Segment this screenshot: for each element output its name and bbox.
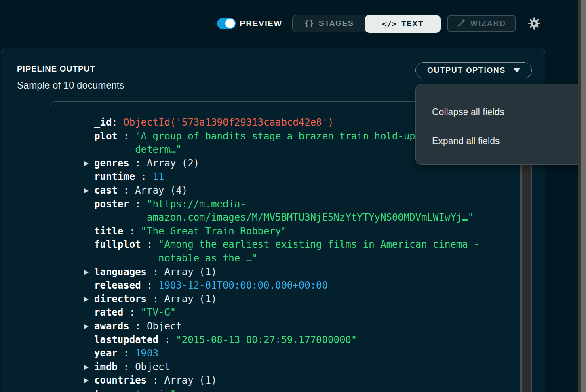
document-line: amazon.com/images/M/MV5BMTU3NjE5NzYtYTYy… — [50, 211, 520, 225]
field-key: _id — [94, 117, 112, 128]
field-value: 1903 — [135, 348, 158, 359]
expand-arrow-icon[interactable] — [84, 188, 89, 193]
code-brackets-icon: </> — [382, 19, 396, 29]
key-separator: : — [129, 158, 147, 169]
pipeline-output-title: PIPELINE OUTPUT — [17, 64, 95, 74]
document-line: awards : Object — [50, 320, 520, 333]
field-value: Object — [147, 320, 182, 332]
document-line: runtime : 11 — [50, 170, 520, 184]
field-key: genres — [94, 158, 129, 169]
key-separator: : — [147, 266, 164, 278]
expand-arrow-icon[interactable] — [84, 365, 89, 370]
expand-arrow-icon[interactable] — [84, 270, 89, 275]
field-key: fullplot — [94, 239, 141, 250]
key-separator: : — [112, 117, 123, 128]
preview-scrollbar[interactable] — [521, 149, 532, 392]
output-options-label: OUTPUT OPTIONS — [427, 66, 506, 75]
field-key: poster — [94, 198, 129, 210]
field-value: "A group of bandits stage a brazen train… — [135, 131, 421, 142]
document-line: languages : Array (1) — [50, 266, 520, 279]
key-separator: : — [135, 171, 152, 182]
field-key: released — [94, 280, 141, 291]
field-key: countries — [94, 375, 147, 386]
document-line: cast : Array (4) — [50, 184, 520, 198]
output-options-menu: Collapse all fields Expand all fields — [415, 84, 583, 165]
key-separator: : — [118, 131, 135, 142]
field-value: "The Great Train Robbery" — [141, 226, 287, 237]
field-value: 1903-12-01T00:00:00.000+00:00 — [158, 280, 328, 291]
preview-toggle-label: PREVIEW — [240, 18, 282, 29]
document-line: notable as the …" — [50, 252, 520, 266]
preview-toggle[interactable] — [217, 18, 236, 29]
document-line: directors : Array (1) — [50, 293, 520, 306]
field-value: ObjectId('573a1390f29313caabcd42e8') — [123, 117, 333, 128]
key-separator: : — [123, 307, 141, 318]
field-value: "2015-08-13 00:27:59.177000000" — [176, 334, 357, 346]
expand-arrow-icon[interactable] — [84, 324, 89, 329]
window-scrollbar-track[interactable] — [578, 0, 586, 392]
tab-text-label: TEXT — [401, 19, 424, 28]
tab-stages-label: STAGES — [319, 19, 354, 28]
top-toolbar: PREVIEW {} STAGES </> TEXT WIZARD — [0, 0, 586, 48]
field-value: Object — [135, 361, 170, 373]
field-value: "https://m.media- — [147, 198, 246, 210]
field-value: 11 — [153, 171, 164, 182]
key-separator: : — [147, 375, 164, 386]
chevron-down-icon — [514, 68, 520, 72]
field-key: rated — [94, 307, 123, 318]
document-line: rated : "TV-G" — [50, 306, 520, 320]
field-value: notable as the …" — [158, 253, 258, 264]
key-separator: : — [118, 348, 135, 359]
menu-item-expand-all-fields[interactable]: Expand all fields — [416, 130, 582, 152]
key-separator: : — [147, 293, 164, 305]
field-value: Array (2) — [147, 158, 199, 169]
document-line: countries : Array (1) — [50, 374, 520, 388]
key-separator: : — [123, 226, 141, 237]
field-key: lastupdated — [94, 334, 158, 346]
expand-arrow-icon[interactable] — [84, 161, 89, 166]
document-line: title : "The Great Train Robbery" — [50, 225, 520, 238]
field-key: runtime — [94, 171, 135, 182]
document-line: released : 1903-12-01T00:00:00.000+00:00 — [50, 279, 520, 293]
field-value: Array (1) — [164, 293, 217, 305]
key-separator: : — [129, 320, 147, 332]
wizard-button[interactable]: WIZARD — [447, 15, 516, 32]
expand-arrow-icon[interactable] — [84, 297, 89, 302]
magic-wand-icon — [457, 18, 466, 29]
tab-stages[interactable]: {} STAGES — [293, 15, 365, 32]
output-options-button[interactable]: OUTPUT OPTIONS — [415, 62, 532, 78]
preview-toggle-knob — [225, 19, 235, 28]
expand-arrow-icon[interactable] — [84, 378, 89, 383]
settings-gear-icon[interactable] — [527, 17, 541, 30]
field-key: title — [94, 226, 123, 237]
sample-count-subtitle: Sample of 10 documents — [17, 80, 124, 91]
document-line: poster : "https://m.media- — [50, 198, 520, 211]
menu-item-collapse-all-fields[interactable]: Collapse all fields — [416, 101, 582, 123]
field-key: imdb — [94, 361, 118, 373]
key-separator: : — [141, 239, 158, 250]
wizard-button-label: WIZARD — [470, 19, 506, 28]
field-value: Array (1) — [164, 266, 217, 278]
field-key: cast — [94, 185, 118, 196]
tab-text[interactable]: </> TEXT — [365, 15, 441, 33]
field-value: Array (1) — [164, 375, 217, 386]
field-value: amazon.com/images/M/MV5BMTU3NjE5NzYtYTYy… — [147, 212, 474, 223]
document-line: imdb : Object — [50, 360, 520, 374]
key-separator: : — [129, 198, 147, 210]
field-key: languages — [94, 266, 147, 278]
curly-braces-icon: {} — [304, 19, 314, 28]
key-separator: : — [118, 185, 135, 196]
document-line: type : "movie" — [50, 388, 520, 392]
key-separator: : — [141, 280, 158, 291]
field-value: Array (4) — [135, 185, 188, 196]
document-line: fullplot : "Among the earliest existing … — [50, 238, 520, 252]
field-value: determ…" — [135, 144, 182, 155]
field-value: "TV-G" — [141, 307, 176, 318]
key-separator: : — [118, 361, 135, 373]
window-scrollbar-thumb[interactable] — [581, 0, 586, 392]
field-key: year — [94, 348, 118, 359]
field-key: plot — [94, 131, 118, 142]
view-mode-segmented-control: {} STAGES </> TEXT — [292, 15, 441, 32]
key-separator: : — [118, 388, 135, 392]
field-key: directors — [94, 293, 147, 305]
